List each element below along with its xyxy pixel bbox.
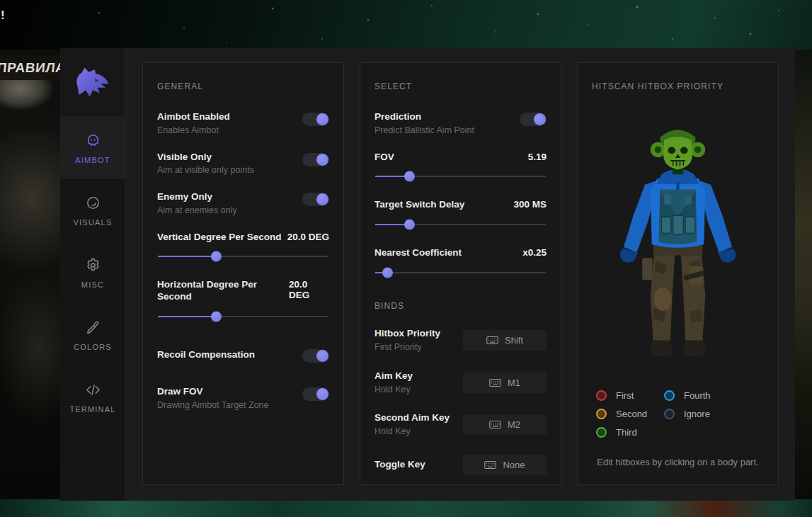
bind-sublabel: Hold Key xyxy=(374,426,450,438)
fourth-priority-dot xyxy=(664,390,675,401)
slider-knob[interactable] xyxy=(211,312,222,322)
content-area: GENERAL Aimbot Enabled Enables Aimbot Vi… xyxy=(126,48,795,501)
target-switch-delay-slider[interactable] xyxy=(375,224,546,225)
legend-item-fourth: Fourth xyxy=(664,390,711,401)
setting-fov: FOV 5.19 xyxy=(374,152,547,178)
setting-sublabel: Enables Aimbot xyxy=(157,125,230,137)
toggle-knob[interactable] xyxy=(316,154,328,166)
setting-label: Nearest Coefficient xyxy=(374,247,462,259)
slider-fill xyxy=(375,224,409,225)
bind-hitbox-priority: Hitbox Priority First Priority Shift xyxy=(374,328,547,353)
setting-label: Horizontal Degree Per Second xyxy=(157,279,289,303)
setting-recoil-compensation: Recoil Compensation xyxy=(157,348,329,363)
toggle-knob[interactable] xyxy=(534,113,546,125)
legend-label: Second xyxy=(616,409,647,419)
rules-banner: ПРАВИЛА xyxy=(0,56,63,80)
setting-sublabel: Drawing Aimbot Target Zone xyxy=(157,400,269,411)
enemy-only-toggle[interactable] xyxy=(302,193,329,206)
slider-fill xyxy=(375,176,409,177)
keyboard-icon xyxy=(489,420,501,429)
code-icon xyxy=(85,382,101,398)
vertical-dps-slider[interactable] xyxy=(158,256,328,257)
model-head[interactable] xyxy=(651,130,705,174)
setting-label: Aimbot Enabled xyxy=(157,111,230,123)
keyboard-icon xyxy=(486,336,498,345)
toggle-knob[interactable] xyxy=(316,388,328,400)
slider-knob[interactable] xyxy=(211,251,222,262)
legend-item-second: Second xyxy=(596,409,664,419)
second-priority-dot xyxy=(596,409,607,419)
eyedropper-icon xyxy=(85,319,101,336)
moon-icon xyxy=(85,195,101,211)
prediction-toggle[interactable] xyxy=(520,113,547,126)
sidebar-item-terminal[interactable]: TERMINAL xyxy=(60,366,125,428)
fov-slider[interactable] xyxy=(375,176,546,177)
recoil-compensation-toggle[interactable] xyxy=(302,349,329,363)
hitbox-legend: First Second Third Fourth xyxy=(596,390,764,438)
draw-fov-toggle[interactable] xyxy=(302,387,329,401)
model-left-boot[interactable] xyxy=(650,341,673,357)
rules-banner-label: ПРАВИЛА xyxy=(0,60,67,76)
toggle-key-bind-button[interactable]: None xyxy=(463,455,547,475)
setting-horizontal-dps: Horizontal Degree Per Second 20.0 DEG xyxy=(157,279,329,317)
aim-key-bind-button[interactable]: M1 xyxy=(463,373,547,393)
sidebar-item-aimbot[interactable]: AIMBOT xyxy=(60,117,125,179)
sidebar-item-label: TERMINAL xyxy=(69,405,115,414)
setting-value: 20.0 DEG xyxy=(287,232,329,242)
second-aim-key-bind-button[interactable]: M2 xyxy=(463,414,547,435)
sidebar-item-label: AIMBOT xyxy=(75,156,110,164)
panel-general: GENERAL Aimbot Enabled Enables Aimbot Vi… xyxy=(142,62,344,485)
model-left-leg[interactable] xyxy=(642,249,675,342)
sidebar-item-visuals[interactable]: VISUALS xyxy=(60,179,125,242)
exclamation-text: ! xyxy=(1,8,5,23)
bind-sublabel: Hold Key xyxy=(374,385,413,396)
setting-value: x0.25 xyxy=(522,247,547,258)
game-background-left xyxy=(0,50,62,517)
character-model xyxy=(602,114,753,375)
setting-value: 300 MS xyxy=(513,199,547,210)
main-window: AIMBOT VISUALS MISC COLORS xyxy=(60,48,795,501)
hitbox-model xyxy=(592,114,764,375)
visible-only-toggle[interactable] xyxy=(302,153,329,166)
model-torso[interactable] xyxy=(651,169,705,247)
game-background-sky xyxy=(0,0,812,50)
legend-label: Third xyxy=(616,427,637,438)
nearest-coefficient-slider[interactable] xyxy=(375,272,546,273)
horizontal-dps-slider[interactable] xyxy=(158,316,328,317)
panel-hitbox-priority: HITSCAN HITBOX PRIORITY xyxy=(577,62,779,485)
slider-knob[interactable] xyxy=(404,220,415,230)
panel-hitbox-title: HITSCAN HITBOX PRIORITY xyxy=(592,81,764,91)
game-background-right xyxy=(794,50,812,499)
gear-icon xyxy=(85,257,101,273)
legend-item-third: Third xyxy=(596,427,664,438)
slider-knob[interactable] xyxy=(382,268,393,278)
slider-fill xyxy=(158,316,216,317)
setting-sublabel: Predict Ballistic Aim Point xyxy=(374,125,474,137)
bind-key-label: M2 xyxy=(508,419,520,430)
bind-label: Hitbox Priority xyxy=(374,328,440,340)
toggle-knob[interactable] xyxy=(316,113,328,125)
keyboard-icon xyxy=(484,460,496,470)
sidebar-item-misc[interactable]: MISC xyxy=(60,242,125,304)
setting-sublabel: Aim at enemies only xyxy=(157,205,237,217)
setting-label: Draw FOV xyxy=(157,386,269,398)
sidebar-item-colors[interactable]: COLORS xyxy=(60,304,125,366)
model-right-leg[interactable] xyxy=(680,249,705,342)
setting-label: FOV xyxy=(374,152,394,164)
toggle-knob[interactable] xyxy=(316,350,328,362)
setting-label: Recoil Compensation xyxy=(157,349,255,361)
bind-label: Aim Key xyxy=(374,370,413,382)
slider-fill xyxy=(158,256,216,257)
binds-section-title: BINDS xyxy=(374,301,547,311)
hitbox-priority-bind-button[interactable]: Shift xyxy=(463,330,547,351)
ignore-priority-dot xyxy=(664,409,675,419)
setting-value: 5.19 xyxy=(528,152,547,162)
slider-knob[interactable] xyxy=(404,171,415,182)
sidebar-item-label: COLORS xyxy=(74,343,112,351)
model-right-boot[interactable] xyxy=(683,341,706,357)
legend-label: First xyxy=(616,390,634,401)
slider-fill xyxy=(375,272,387,273)
setting-enemy-only: Enemy Only Aim at enemies only xyxy=(157,191,329,217)
toggle-knob[interactable] xyxy=(316,193,328,205)
aimbot-enabled-toggle[interactable] xyxy=(302,113,329,126)
